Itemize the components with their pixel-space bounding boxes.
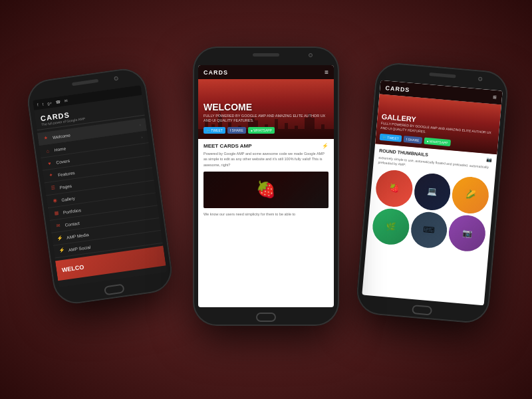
phone-right-camera	[478, 76, 483, 81]
nav-label-features: Features	[57, 170, 74, 178]
social-buttons: 🐦 TWEET f SHARE ● WHATSAPP	[203, 127, 329, 134]
phone-right-screen: CARDS ≡ GALLERY FULLY POWERED BY GOOGLE …	[362, 80, 503, 306]
phone-left-speaker	[72, 79, 98, 86]
right-content: ROUND THUMBNAILS 📷 extremely simple to u…	[366, 144, 497, 257]
home-icon: ⌂	[45, 148, 51, 154]
tweet-button[interactable]: 🐦 TWEET	[203, 127, 225, 134]
thumbnail-3-content: 🌽	[451, 176, 490, 215]
amp-media-icon: ⚡	[57, 235, 63, 241]
strawberry-emoji: 🍓	[256, 180, 276, 199]
left-navigation: ★ Welcome › ⌂ Home › ♥ Covers ✦ Features	[37, 116, 163, 261]
center-content: MEET CARDS AMP ⚡ Powered by Google AMP a…	[198, 139, 334, 221]
features-icon: ✦	[49, 172, 55, 178]
phone-center-camera	[309, 53, 313, 57]
section-text: Powered by Google AMP and some awesome c…	[203, 151, 329, 168]
share-button[interactable]: f SHARE	[227, 127, 246, 134]
thumbnail-grid: 🍓 💻 🌽 🌿 ⌨ 📷	[371, 169, 490, 253]
thumbnail-2-content: 💻	[413, 172, 452, 211]
nav-arrow: ›	[141, 135, 143, 139]
pages-icon: ☰	[50, 185, 56, 191]
thumbnail-4-content: 🌿	[371, 207, 410, 246]
heart-icon: ♥	[47, 160, 53, 166]
phone-right-speaker	[429, 72, 456, 78]
content-image: 🍓	[203, 172, 329, 208]
thumbnail-6-content: 📷	[448, 213, 487, 253]
phone-center: CARDS ≡ WELCOME FULLY POWERED BY GOOGLE …	[193, 47, 339, 326]
center-header: CARDS ≡	[198, 65, 334, 79]
whatsapp-button[interactable]: ● WHATSAPP	[248, 127, 275, 134]
left-welcome-text: WELCO	[61, 264, 84, 274]
social-phone[interactable]: ☎	[55, 99, 61, 104]
nav-label-portfolios: Portfolios	[63, 207, 81, 215]
phone-center-screen: CARDS ≡ WELCOME FULLY POWERED BY GOOGLE …	[198, 65, 334, 307]
contact-icon: ✉	[55, 223, 61, 229]
right-header-title: CARDS	[385, 84, 410, 93]
portfolio-icon: ▦	[53, 210, 59, 216]
thumbnails-title-text: ROUND THUMBNAILS	[379, 148, 428, 156]
camera-icon: 📷	[485, 157, 492, 163]
hero-heading: WELCOME	[203, 102, 329, 112]
social-twitter[interactable]: t	[42, 102, 43, 106]
section-title-text: MEET CARDS AMP	[203, 143, 252, 149]
thumbnail-6[interactable]: 📷	[448, 213, 487, 253]
bolt-icon: ⚡	[322, 143, 329, 149]
nav-label-pages: Pages	[59, 183, 72, 189]
thumbnail-5-content: ⌨	[409, 210, 448, 249]
nav-label-contact: Contact	[65, 220, 80, 227]
social-google[interactable]: g+	[47, 100, 53, 105]
thumbnail-5[interactable]: ⌨	[409, 210, 448, 249]
phone-left-camera	[114, 76, 118, 81]
social-facebook[interactable]: f	[37, 102, 39, 106]
nav-label-amp-social: AMP Social	[68, 244, 90, 252]
thumbnail-3[interactable]: 🌽	[451, 176, 490, 215]
phones-container: f t g+ ☎ ✉ CARDS The full power of Googl…	[0, 0, 532, 399]
thumbnail-4[interactable]: 🌿	[371, 207, 410, 246]
footer-text: We know our users need simplicity for th…	[203, 211, 329, 217]
nav-label-welcome: Welcome	[53, 132, 71, 140]
social-email[interactable]: ✉	[64, 98, 68, 103]
thumbnail-1-content: 🍓	[374, 169, 414, 208]
phone-right-home	[412, 305, 432, 316]
center-hero: WELCOME FULLY POWERED BY GOOGLE AMP AND …	[198, 79, 334, 139]
center-header-title: CARDS	[203, 69, 228, 76]
phone-left: f t g+ ☎ ✉ CARDS The full power of Googl…	[25, 66, 175, 307]
nav-label-gallery: Gallery	[61, 196, 75, 202]
phone-right: CARDS ≡ GALLERY FULLY POWERED BY GOOGLE …	[355, 61, 509, 325]
hero-subtext: FULLY POWERED BY GOOGLE AMP AND AMAZING …	[203, 114, 329, 124]
phone-left-home	[104, 283, 125, 295]
phone-center-home	[256, 313, 276, 322]
thumbnail-2[interactable]: 💻	[413, 172, 452, 211]
phone-left-screen: f t g+ ☎ ✉ CARDS The full power of Googl…	[33, 85, 167, 287]
nav-label-amp-media: AMP Media	[66, 232, 89, 240]
right-hamburger-icon[interactable]: ≡	[493, 93, 497, 100]
hamburger-icon[interactable]: ≡	[325, 68, 329, 76]
nav-label-covers: Covers	[56, 158, 70, 164]
phone-center-speaker	[253, 53, 279, 57]
amp-social-icon: ⚡	[59, 247, 65, 253]
right-hero: GALLERY FULLY POWERED BY GOOGLE AMP AND …	[375, 94, 501, 155]
nav-arrow: ›	[139, 123, 141, 127]
star-icon: ★	[43, 135, 49, 141]
gallery-icon: ◉	[52, 198, 58, 203]
section-title: MEET CARDS AMP ⚡	[203, 143, 329, 149]
nav-label-home: Home	[54, 146, 66, 152]
thumbnail-1[interactable]: 🍓	[374, 169, 414, 208]
